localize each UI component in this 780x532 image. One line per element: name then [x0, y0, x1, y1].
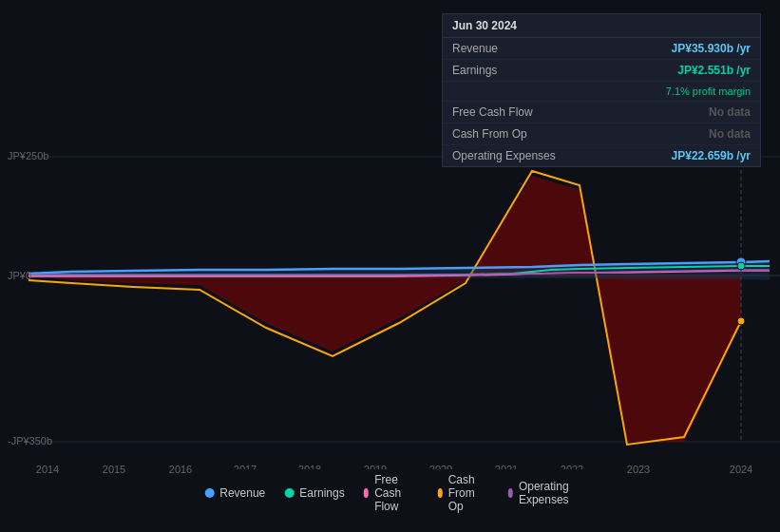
legend-dot-cash-from-op — [437, 488, 442, 498]
legend-label-cash-from-op: Cash From Op — [448, 473, 489, 513]
legend-label-earnings: Earnings — [299, 486, 344, 500]
legend-label-revenue: Revenue — [219, 486, 265, 500]
y-label-zero: JP¥0 — [8, 270, 31, 281]
legend-earnings[interactable]: Earnings — [284, 486, 344, 500]
svg-point-7 — [737, 317, 745, 325]
x-label-2014: 2014 — [36, 464, 59, 475]
tooltip-cash-from-op: Cash From Op No data — [443, 124, 760, 145]
x-label-2024: 2024 — [730, 464, 752, 475]
legend-dot-earnings — [284, 488, 294, 498]
x-label-2016: 2016 — [169, 464, 192, 475]
tooltip-revenue: Revenue JP¥35.930b /yr — [443, 38, 760, 60]
legend-dot-free-cash-flow — [364, 488, 369, 498]
chart-legend: Revenue Earnings Free Cash Flow Cash Fro… — [195, 469, 585, 517]
x-label-2023: 2023 — [627, 464, 650, 475]
legend-free-cash-flow[interactable]: Free Cash Flow — [364, 473, 419, 513]
legend-dot-revenue — [204, 488, 214, 498]
tooltip-earnings: Earnings JP¥2.551b /yr — [443, 60, 760, 82]
svg-point-6 — [737, 262, 745, 270]
legend-dot-operating-expenses — [507, 488, 513, 498]
legend-label-operating-expenses: Operating Expenses — [519, 480, 576, 506]
tooltip-profit-margin: 7.1% profit margin — [443, 82, 760, 102]
legend-cash-from-op[interactable]: Cash From Op — [437, 473, 488, 513]
tooltip-date: Jun 30 2024 — [443, 14, 760, 38]
y-label-top: JP¥250b — [8, 150, 48, 162]
legend-operating-expenses[interactable]: Operating Expenses — [507, 480, 575, 506]
y-label-bottom: -JP¥350b — [8, 435, 52, 446]
tooltip-panel: Jun 30 2024 Revenue JP¥35.930b /yr Earni… — [442, 13, 761, 167]
tooltip-operating-expenses: Operating Expenses JP¥22.659b /yr — [443, 145, 760, 166]
tooltip-free-cash-flow: Free Cash Flow No data — [443, 102, 760, 124]
legend-revenue[interactable]: Revenue — [204, 486, 265, 500]
legend-label-free-cash-flow: Free Cash Flow — [374, 473, 418, 513]
x-label-2015: 2015 — [103, 464, 125, 475]
